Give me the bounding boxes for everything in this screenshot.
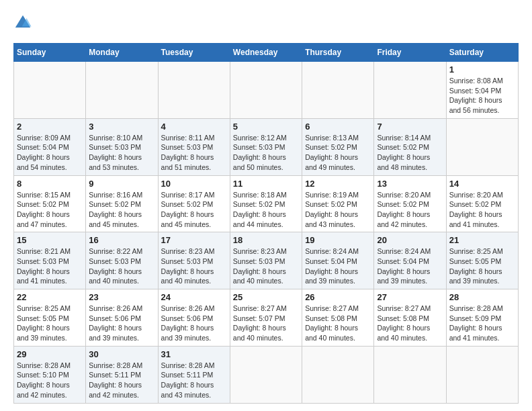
calendar-cell: 18Sunrise: 8:23 AMSunset: 5:03 PMDayligh… [230, 232, 302, 289]
day-info: Sunrise: 8:28 AMSunset: 5:09 PMDaylight:… [449, 304, 515, 343]
day-number: 26 [305, 292, 371, 302]
day-info: Sunrise: 8:19 AMSunset: 5:02 PMDaylight:… [305, 190, 371, 230]
day-info: Sunrise: 8:22 AMSunset: 5:03 PMDaylight:… [89, 246, 154, 286]
calendar-cell [302, 346, 374, 403]
calendar-cell: 15Sunrise: 8:21 AMSunset: 5:03 PMDayligh… [14, 232, 86, 289]
day-info: Sunrise: 8:27 AMSunset: 5:08 PMDaylight:… [377, 304, 443, 343]
calendar-cell: 17Sunrise: 8:23 AMSunset: 5:03 PMDayligh… [158, 232, 230, 289]
day-number: 21 [449, 235, 515, 245]
day-info: Sunrise: 8:18 AMSunset: 5:02 PMDaylight:… [233, 190, 299, 230]
calendar-cell: 31Sunrise: 8:28 AMSunset: 5:11 PMDayligh… [158, 346, 230, 403]
day-info: Sunrise: 8:14 AMSunset: 5:02 PMDaylight:… [377, 133, 443, 173]
day-info: Sunrise: 8:27 AMSunset: 5:08 PMDaylight:… [305, 304, 371, 343]
header [13, 13, 519, 32]
calendar-cell: 29Sunrise: 8:28 AMSunset: 5:10 PMDayligh… [14, 346, 86, 403]
day-info: Sunrise: 8:17 AMSunset: 5:02 PMDaylight:… [161, 190, 227, 230]
calendar-cell [446, 346, 518, 403]
day-number: 25 [233, 292, 299, 302]
calendar-cell [230, 62, 302, 119]
calendar-cell: 21Sunrise: 8:25 AMSunset: 5:05 PMDayligh… [446, 232, 518, 289]
day-info: Sunrise: 8:26 AMSunset: 5:06 PMDaylight:… [161, 304, 227, 343]
calendar-cell [446, 118, 518, 175]
calendar-cell: 7Sunrise: 8:14 AMSunset: 5:02 PMDaylight… [374, 118, 446, 175]
calendar-cell: 22Sunrise: 8:25 AMSunset: 5:05 PMDayligh… [14, 289, 86, 347]
day-info: Sunrise: 8:09 AMSunset: 5:04 PMDaylight:… [17, 133, 83, 173]
calendar-cell: 26Sunrise: 8:27 AMSunset: 5:08 PMDayligh… [302, 289, 374, 347]
day-number: 31 [161, 349, 227, 359]
calendar-cell: 25Sunrise: 8:27 AMSunset: 5:07 PMDayligh… [230, 289, 302, 347]
calendar-cell: 13Sunrise: 8:20 AMSunset: 5:02 PMDayligh… [374, 175, 446, 232]
calendar-cell [302, 62, 374, 119]
day-number: 1 [449, 64, 515, 75]
calendar-cell [86, 62, 158, 119]
day-headers-row: SundayMondayTuesdayWednesdayThursdayFrid… [14, 44, 519, 62]
dow-header-tuesday: Tuesday [158, 44, 230, 62]
calendar-cell: 10Sunrise: 8:17 AMSunset: 5:02 PMDayligh… [158, 175, 230, 232]
calendar-cell: 14Sunrise: 8:20 AMSunset: 5:02 PMDayligh… [446, 175, 518, 232]
day-number: 30 [89, 349, 154, 359]
dow-header-monday: Monday [86, 44, 158, 62]
calendar-cell: 24Sunrise: 8:26 AMSunset: 5:06 PMDayligh… [158, 289, 230, 347]
day-number: 8 [17, 179, 83, 189]
day-info: Sunrise: 8:23 AMSunset: 5:03 PMDaylight:… [161, 246, 227, 286]
day-info: Sunrise: 8:12 AMSunset: 5:03 PMDaylight:… [233, 133, 299, 173]
day-info: Sunrise: 8:15 AMSunset: 5:02 PMDaylight:… [17, 190, 83, 230]
calendar-cell: 11Sunrise: 8:18 AMSunset: 5:02 PMDayligh… [230, 175, 302, 232]
week-row-2: 2Sunrise: 8:09 AMSunset: 5:04 PMDaylight… [14, 118, 519, 175]
day-number: 3 [89, 122, 154, 132]
day-number: 24 [161, 292, 227, 302]
calendar-cell: 23Sunrise: 8:26 AMSunset: 5:06 PMDayligh… [86, 289, 158, 347]
day-number: 15 [17, 235, 83, 245]
day-info: Sunrise: 8:08 AMSunset: 5:04 PMDaylight:… [449, 76, 515, 116]
day-info: Sunrise: 8:25 AMSunset: 5:05 PMDaylight:… [449, 246, 515, 286]
day-number: 9 [89, 179, 154, 189]
day-number: 5 [233, 122, 299, 132]
dow-header-friday: Friday [374, 44, 446, 62]
calendar-cell: 27Sunrise: 8:27 AMSunset: 5:08 PMDayligh… [374, 289, 446, 347]
calendar-cell: 8Sunrise: 8:15 AMSunset: 5:02 PMDaylight… [14, 175, 86, 232]
day-info: Sunrise: 8:20 AMSunset: 5:02 PMDaylight:… [449, 190, 515, 230]
calendar-cell: 30Sunrise: 8:28 AMSunset: 5:11 PMDayligh… [86, 346, 158, 403]
day-number: 11 [233, 179, 299, 189]
day-info: Sunrise: 8:28 AMSunset: 5:11 PMDaylight:… [161, 361, 227, 400]
day-number: 12 [305, 179, 371, 189]
calendar-body: 1Sunrise: 8:08 AMSunset: 5:04 PMDaylight… [14, 62, 519, 404]
calendar-cell: 6Sunrise: 8:13 AMSunset: 5:02 PMDaylight… [302, 118, 374, 175]
week-row-3: 8Sunrise: 8:15 AMSunset: 5:02 PMDaylight… [14, 175, 519, 232]
day-number: 14 [449, 179, 515, 189]
week-row-1: 1Sunrise: 8:08 AMSunset: 5:04 PMDaylight… [14, 62, 519, 119]
day-number: 2 [17, 122, 83, 132]
day-info: Sunrise: 8:11 AMSunset: 5:03 PMDaylight:… [161, 133, 227, 173]
day-info: Sunrise: 8:21 AMSunset: 5:03 PMDaylight:… [17, 246, 83, 286]
dow-header-sunday: Sunday [14, 44, 86, 62]
day-info: Sunrise: 8:26 AMSunset: 5:06 PMDaylight:… [89, 304, 154, 343]
day-number: 29 [17, 349, 83, 359]
calendar-cell: 3Sunrise: 8:10 AMSunset: 5:03 PMDaylight… [86, 118, 158, 175]
day-info: Sunrise: 8:16 AMSunset: 5:02 PMDaylight:… [89, 190, 154, 230]
day-info: Sunrise: 8:28 AMSunset: 5:10 PMDaylight:… [17, 361, 83, 400]
day-number: 10 [161, 179, 227, 189]
day-info: Sunrise: 8:24 AMSunset: 5:04 PMDaylight:… [377, 246, 443, 286]
calendar-cell: 12Sunrise: 8:19 AMSunset: 5:02 PMDayligh… [302, 175, 374, 232]
day-info: Sunrise: 8:27 AMSunset: 5:07 PMDaylight:… [233, 304, 299, 343]
dow-header-wednesday: Wednesday [230, 44, 302, 62]
calendar-cell: 5Sunrise: 8:12 AMSunset: 5:03 PMDaylight… [230, 118, 302, 175]
calendar-cell: 19Sunrise: 8:24 AMSunset: 5:04 PMDayligh… [302, 232, 374, 289]
logo-icon [13, 13, 32, 32]
day-number: 22 [17, 292, 83, 302]
day-number: 28 [449, 292, 515, 302]
day-info: Sunrise: 8:23 AMSunset: 5:03 PMDaylight:… [233, 246, 299, 286]
week-row-6: 29Sunrise: 8:28 AMSunset: 5:10 PMDayligh… [14, 346, 519, 403]
week-row-4: 15Sunrise: 8:21 AMSunset: 5:03 PMDayligh… [14, 232, 519, 289]
calendar-cell: 28Sunrise: 8:28 AMSunset: 5:09 PMDayligh… [446, 289, 518, 347]
day-info: Sunrise: 8:24 AMSunset: 5:04 PMDaylight:… [305, 246, 371, 286]
calendar-cell [230, 346, 302, 403]
week-row-5: 22Sunrise: 8:25 AMSunset: 5:05 PMDayligh… [14, 289, 519, 347]
calendar-cell: 16Sunrise: 8:22 AMSunset: 5:03 PMDayligh… [86, 232, 158, 289]
calendar-cell [374, 62, 446, 119]
logo [13, 13, 35, 32]
day-info: Sunrise: 8:25 AMSunset: 5:05 PMDaylight:… [17, 304, 83, 343]
day-number: 18 [233, 235, 299, 245]
calendar-cell: 9Sunrise: 8:16 AMSunset: 5:02 PMDaylight… [86, 175, 158, 232]
day-number: 19 [305, 235, 371, 245]
